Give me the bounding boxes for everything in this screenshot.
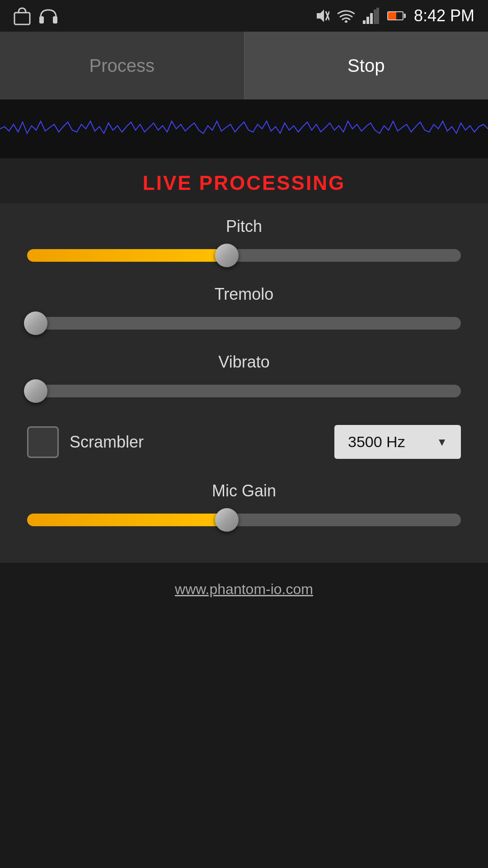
headphone-icon [39, 7, 58, 24]
scrambler-row: Scrambler 3500 Hz ▼ [27, 420, 461, 463]
svg-rect-10 [374, 9, 376, 24]
waveform-display [0, 99, 488, 158]
battery-icon [387, 11, 406, 20]
status-icons-left [14, 6, 58, 25]
wifi-icon [338, 9, 355, 23]
signal-icon [363, 8, 379, 24]
svg-point-6 [345, 20, 347, 23]
mic-gain-thumb[interactable] [215, 508, 239, 532]
tremolo-track-bg [27, 317, 461, 330]
mic-gain-group: Mic Gain [27, 481, 461, 531]
svg-rect-9 [370, 13, 373, 24]
scrambler-checkbox[interactable] [27, 426, 59, 458]
mic-gain-slider[interactable] [27, 509, 461, 531]
stop-button[interactable]: Stop [244, 32, 488, 99]
svg-rect-11 [376, 8, 379, 24]
mic-gain-label: Mic Gain [27, 481, 461, 500]
controls-section: Pitch Tremolo Vibrato Sc [0, 203, 488, 563]
vibrato-slider[interactable] [27, 380, 461, 402]
live-processing-label: LIVE PROCESSING [0, 158, 488, 203]
scrambler-left: Scrambler [27, 426, 144, 458]
pitch-label: Pitch [27, 217, 461, 236]
tremolo-group: Tremolo [27, 285, 461, 335]
mic-gain-track-fill [27, 514, 227, 526]
waveform-svg [0, 99, 488, 158]
svg-rect-7 [363, 20, 366, 24]
vibrato-label: Vibrato [27, 353, 461, 372]
action-buttons: Process Stop [0, 32, 488, 99]
vibrato-track-bg [27, 385, 461, 397]
svg-marker-3 [317, 9, 324, 22]
dropdown-arrow-icon: ▼ [436, 436, 447, 448]
vibrato-thumb[interactable] [24, 379, 47, 403]
dropdown-value: 3500 Hz [348, 433, 405, 451]
svg-rect-2 [53, 16, 57, 24]
scrambler-label: Scrambler [70, 433, 144, 452]
shopping-bag-icon [14, 6, 31, 25]
tremolo-slider[interactable] [27, 312, 461, 335]
tremolo-label: Tremolo [27, 285, 461, 304]
pitch-track-fill [27, 249, 227, 262]
pitch-track-bg [27, 249, 461, 262]
status-time: 8:42 PM [414, 6, 474, 25]
process-button[interactable]: Process [0, 32, 244, 99]
mic-gain-track-bg [27, 514, 461, 526]
svg-rect-0 [14, 13, 30, 24]
status-icons-right: 8:42 PM [313, 6, 474, 25]
scrambler-dropdown[interactable]: 3500 Hz ▼ [334, 425, 461, 459]
svg-rect-1 [39, 16, 44, 24]
tremolo-thumb[interactable] [24, 311, 47, 335]
vibrato-group: Vibrato [27, 353, 461, 402]
pitch-thumb[interactable] [215, 244, 239, 267]
status-bar: 8:42 PM [0, 0, 488, 32]
mute-icon [313, 8, 329, 24]
website-link[interactable]: www.phantom-io.com [0, 563, 488, 607]
svg-rect-8 [366, 17, 369, 24]
pitch-slider[interactable] [27, 244, 461, 267]
pitch-group: Pitch [27, 217, 461, 267]
